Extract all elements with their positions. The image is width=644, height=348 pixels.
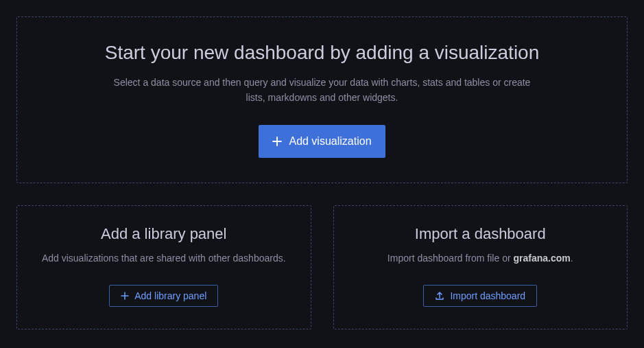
new-dashboard-card: Start your new dashboard by adding a vis… [16, 16, 628, 183]
library-description: Add visualizations that are shared with … [34, 251, 294, 266]
library-panel-card: Add a library panel Add visualizations t… [16, 205, 311, 329]
grafana-link: grafana.com [514, 253, 571, 264]
add-visualization-button[interactable]: Add visualization [259, 125, 385, 158]
import-title: Import a dashboard [350, 225, 611, 243]
import-dashboard-label: Import dashboard [450, 290, 525, 301]
plus-icon [121, 292, 129, 300]
add-visualization-label: Add visualization [289, 135, 371, 148]
plus-icon [272, 137, 282, 146]
add-library-panel-label: Add library panel [134, 290, 206, 301]
import-dashboard-button[interactable]: Import dashboard [423, 285, 537, 307]
main-title: Start your new dashboard by adding a vis… [34, 42, 610, 64]
library-title: Add a library panel [34, 225, 294, 243]
main-subtitle: Select a data source and then query and … [110, 75, 535, 106]
import-dashboard-card: Import a dashboard Import dashboard from… [333, 205, 628, 329]
add-library-panel-button[interactable]: Add library panel [109, 285, 218, 307]
upload-icon [435, 291, 444, 301]
cards-row: Add a library panel Add visualizations t… [16, 205, 628, 329]
import-description: Import dashboard from file or grafana.co… [350, 251, 611, 266]
